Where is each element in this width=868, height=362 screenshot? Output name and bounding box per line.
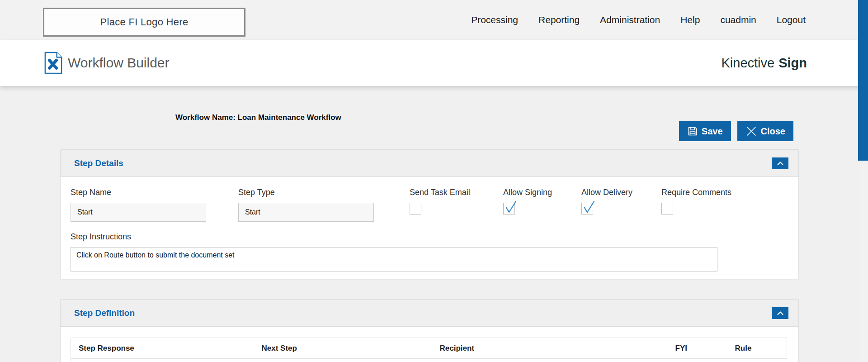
- allow-signing-checkbox[interactable]: [503, 203, 515, 214]
- step-name-label: Step Name: [71, 188, 206, 197]
- check-mark-icon: [504, 200, 518, 214]
- workflow-builder-screen: Place FI Logo Here Processing Reporting …: [0, 0, 868, 362]
- close-button[interactable]: Close: [737, 121, 793, 141]
- step-details-title: Step Details: [74, 158, 123, 168]
- require-comments-checkbox[interactable]: [661, 203, 673, 214]
- table-header-row: Step Response Next Step Recipient FYI Ru…: [71, 338, 787, 359]
- chevron-up-icon: [777, 161, 784, 166]
- scrollbar-thumb[interactable]: [858, 0, 868, 161]
- require-comments-group: Require Comments: [661, 188, 731, 214]
- nav-item-reporting[interactable]: Reporting: [538, 14, 580, 25]
- step-definition-collapse-button[interactable]: [772, 307, 788, 319]
- step-type-label: Step Type: [238, 188, 374, 197]
- action-buttons: Save Close: [679, 121, 793, 141]
- fi-logo-text: Place FI Logo Here: [100, 16, 189, 28]
- top-navigation-bar: Place FI Logo Here Processing Reporting …: [0, 0, 868, 40]
- allow-delivery-group: Allow Delivery: [581, 188, 632, 214]
- send-task-email-label: Send Task Email: [410, 188, 470, 197]
- nav-item-help[interactable]: Help: [680, 14, 700, 25]
- brand-logo: KinectiveSign: [721, 40, 807, 86]
- step-definition-panel: Step Definition Step Response Next St: [60, 299, 799, 362]
- close-label: Close: [761, 126, 785, 137]
- step-definition-table: Step Response Next Step Recipient FYI Ru…: [71, 338, 787, 362]
- step-details-collapse-button[interactable]: [772, 157, 788, 169]
- main-nav: Processing Reporting Administration Help…: [471, 0, 806, 40]
- step-type-input[interactable]: [238, 203, 374, 222]
- send-task-email-checkbox[interactable]: [410, 203, 421, 214]
- step-details-header: Step Details: [61, 150, 798, 177]
- column-fyi: FYI: [668, 338, 727, 359]
- allow-signing-group: Allow Signing: [503, 188, 552, 214]
- require-comments-label: Require Comments: [661, 188, 731, 197]
- floppy-disk-icon: [687, 126, 698, 137]
- fi-logo-placeholder: Place FI Logo Here: [43, 8, 245, 37]
- page-title: Workflow Builder: [68, 40, 170, 86]
- workflow-name-label: Workflow Name: Loan Maintenance Workflow: [175, 113, 341, 122]
- step-definition-body: Step Response Next Step Recipient FYI Ru…: [61, 327, 798, 362]
- save-button[interactable]: Save: [679, 121, 731, 141]
- send-task-email-group: Send Task Email: [410, 188, 470, 214]
- column-rule: Rule: [727, 338, 787, 359]
- content-area: Workflow Name: Loan Maintenance Workflow…: [0, 86, 868, 362]
- step-type-field: Step Type: [238, 188, 374, 222]
- step-instructions-textarea[interactable]: Click on Route button to submit the docu…: [71, 247, 717, 272]
- step-name-field: Step Name: [71, 188, 206, 222]
- page-scrollbar[interactable]: [858, 0, 868, 362]
- nav-item-processing[interactable]: Processing: [471, 14, 518, 25]
- allow-delivery-checkbox[interactable]: [581, 203, 593, 214]
- nav-item-user-cuadmin[interactable]: cuadmin: [720, 14, 756, 25]
- step-instructions-field: Step Instructions Click on Route button …: [71, 232, 717, 273]
- step-details-panel: Step Details Step Name Step Type: [60, 149, 799, 279]
- brand-name-bold: Sign: [778, 56, 807, 71]
- save-label: Save: [702, 126, 723, 137]
- table-row: [71, 359, 787, 362]
- step-details-body: Step Name Step Type Send Task Email: [61, 177, 798, 279]
- step-definition-title: Step Definition: [74, 308, 135, 318]
- column-step-response: Step Response: [71, 338, 254, 359]
- close-x-icon: [745, 125, 757, 137]
- allow-signing-label: Allow Signing: [503, 188, 552, 197]
- step-definition-header: Step Definition: [61, 300, 798, 327]
- step-name-input[interactable]: [71, 203, 206, 222]
- workflow-builder-icon: [44, 52, 63, 74]
- column-next-step: Next Step: [254, 338, 432, 359]
- column-recipient: Recipient: [432, 338, 668, 359]
- app-header: Workflow Builder KinectiveSign: [0, 40, 868, 86]
- brand-name-regular: Kinective: [721, 56, 774, 71]
- check-mark-icon: [582, 200, 596, 214]
- step-instructions-label: Step Instructions: [71, 232, 717, 242]
- nav-item-administration[interactable]: Administration: [600, 14, 660, 25]
- chevron-up-icon: [777, 310, 784, 316]
- nav-item-logout[interactable]: Logout: [777, 14, 806, 25]
- allow-delivery-label: Allow Delivery: [581, 188, 632, 197]
